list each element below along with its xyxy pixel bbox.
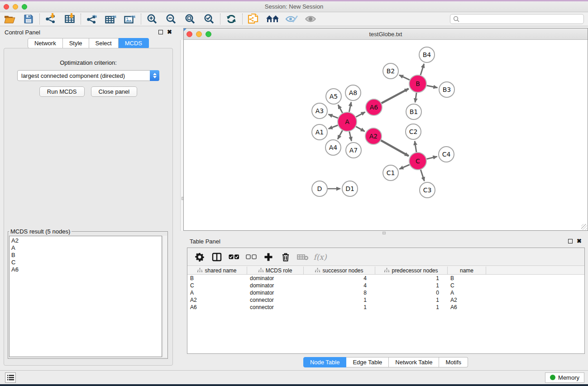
new-network-from-selection-button[interactable]	[244, 13, 263, 25]
edge-A-A1[interactable]	[329, 125, 338, 129]
graph-node-C[interactable]: C	[409, 152, 426, 170]
column-header-name[interactable]: name	[448, 267, 486, 274]
result-list-item[interactable]: A2	[11, 237, 160, 244]
task-history-button[interactable]	[5, 372, 16, 383]
graph-node-A4[interactable]: A4	[325, 140, 341, 155]
show-columns-button[interactable]	[208, 250, 225, 264]
result-list-item[interactable]: A	[11, 244, 160, 252]
close-panel-icon[interactable]: ✖	[577, 239, 582, 243]
column-header-MCDS-role[interactable]: MCDS role	[247, 267, 304, 274]
edge-C-C1[interactable]	[399, 165, 409, 169]
export-image-button[interactable]	[120, 13, 139, 25]
edge-C-C4[interactable]	[426, 157, 437, 159]
run-mcds-button[interactable]: Run MCDS	[39, 86, 85, 97]
graph-node-A6[interactable]: A6	[366, 99, 382, 115]
table-row[interactable]: Cdominator41C	[187, 282, 584, 289]
edge-B-B1[interactable]	[415, 93, 416, 102]
edge-B-B4[interactable]	[421, 64, 424, 75]
edge-A-A8[interactable]	[349, 102, 351, 112]
function-builder-button[interactable]: f(x)	[311, 250, 329, 264]
search-input[interactable]	[462, 16, 581, 22]
result-list-item[interactable]: A6	[11, 266, 160, 273]
graph-node-D[interactable]: D	[312, 181, 327, 196]
graph-node-D1[interactable]: D1	[342, 181, 358, 196]
home-pages-button[interactable]	[263, 13, 282, 25]
tab-mcds[interactable]: MCDS	[119, 38, 149, 48]
graph-node-C3[interactable]: C3	[420, 182, 435, 198]
edge-A-A5[interactable]	[338, 105, 343, 113]
float-panel-icon[interactable]	[158, 30, 163, 34]
tab-style[interactable]: Style	[63, 38, 89, 48]
edge-A-A2[interactable]	[356, 127, 364, 132]
graph-node-A7[interactable]: A7	[346, 143, 361, 158]
table-settings-button[interactable]	[191, 250, 208, 264]
add-column-button[interactable]	[260, 250, 277, 264]
import-table-button[interactable]	[60, 13, 79, 25]
edge-A2-C[interactable]	[381, 140, 409, 156]
result-list-item[interactable]: C	[11, 259, 160, 266]
edge-B-B2[interactable]	[399, 75, 410, 80]
graph-node-B2[interactable]: B2	[383, 63, 398, 79]
close-panel-button[interactable]: Close panel	[91, 86, 138, 97]
network-window-titlebar[interactable]: testGlobe.txt	[184, 29, 588, 40]
graph-node-B3[interactable]: B3	[439, 82, 454, 97]
graph-node-A[interactable]: A	[338, 112, 357, 131]
tab-network-table[interactable]: Network Table	[389, 357, 439, 367]
tab-node-table[interactable]: Node Table	[303, 357, 347, 367]
criterion-dropdown[interactable]: largest connected component (directed)	[17, 70, 159, 81]
export-network-button[interactable]	[82, 13, 101, 25]
tab-edge-table[interactable]: Edge Table	[346, 357, 389, 367]
edge-C-C2[interactable]	[415, 141, 416, 152]
edge-A-A3[interactable]	[329, 114, 338, 118]
graph-node-C2[interactable]: C2	[406, 124, 421, 139]
table-row[interactable]: A6connector11A6	[187, 304, 584, 311]
memory-button[interactable]: Memory	[545, 372, 584, 383]
deselect-all-checkboxes-button[interactable]	[243, 250, 260, 264]
tab-select[interactable]: Select	[89, 38, 119, 48]
graph-node-A3[interactable]: A3	[312, 103, 327, 119]
graph-node-B1[interactable]: B1	[406, 104, 421, 119]
edge-C-C3[interactable]	[421, 170, 424, 181]
graph-node-B4[interactable]: B4	[419, 47, 435, 62]
window-resize-grip[interactable]	[581, 224, 587, 230]
refresh-button[interactable]	[222, 13, 241, 25]
edge-A-A6[interactable]	[356, 112, 365, 117]
close-panel-icon[interactable]: ✖	[167, 30, 172, 34]
global-search-field[interactable]	[450, 14, 584, 24]
zoom-selected-button[interactable]	[200, 13, 219, 25]
table-row[interactable]: Adominator80A	[187, 289, 584, 296]
select-all-checkboxes-button[interactable]	[225, 250, 243, 264]
result-list-item[interactable]: B	[11, 252, 160, 259]
edge-A-A7[interactable]	[349, 131, 352, 141]
zoom-fit-button[interactable]	[181, 13, 200, 25]
tab-network[interactable]: Network	[28, 38, 63, 48]
edge-A-A4[interactable]	[338, 130, 342, 139]
import-network-button[interactable]	[41, 13, 60, 25]
graph-node-A1[interactable]: A1	[312, 124, 327, 140]
edge-B-B3[interactable]	[427, 86, 438, 88]
graph-node-A5[interactable]: A5	[326, 89, 341, 104]
graph-node-A2[interactable]: A2	[365, 128, 382, 144]
graph-node-C1[interactable]: C1	[383, 165, 398, 181]
open-session-button[interactable]	[0, 13, 19, 25]
result-list-scrollbar[interactable]	[163, 236, 167, 357]
edge-A6-B[interactable]	[382, 89, 409, 103]
column-header-successor-nodes[interactable]: successor nodes	[304, 267, 375, 274]
graph-node-B[interactable]: B	[409, 75, 426, 92]
float-panel-icon[interactable]	[568, 239, 573, 243]
table-row[interactable]: A2connector11A2	[187, 296, 584, 304]
column-header-predecessor-nodes[interactable]: predecessor nodes	[375, 267, 448, 274]
mcds-result-list[interactable]: A2ABCA6	[9, 236, 162, 357]
delete-table-button[interactable]	[294, 250, 311, 264]
splitter-grip[interactable]	[382, 232, 386, 234]
graph-node-A8[interactable]: A8	[345, 85, 361, 100]
graph-node-C4[interactable]: C4	[439, 147, 454, 162]
zoom-out-button[interactable]	[162, 13, 181, 25]
column-header-shared-name[interactable]: shared name	[187, 267, 247, 274]
network-graph[interactable]: B4B2BB3A8A5A6A3B1AA1C2A2A4A7C4CC1C3DD1	[184, 40, 588, 230]
zoom-in-button[interactable]	[143, 13, 162, 25]
tab-motifs[interactable]: Motifs	[439, 357, 468, 367]
show-eye-button[interactable]	[301, 13, 320, 25]
save-session-button[interactable]	[19, 13, 38, 25]
horizontal-splitter[interactable]	[183, 231, 588, 236]
